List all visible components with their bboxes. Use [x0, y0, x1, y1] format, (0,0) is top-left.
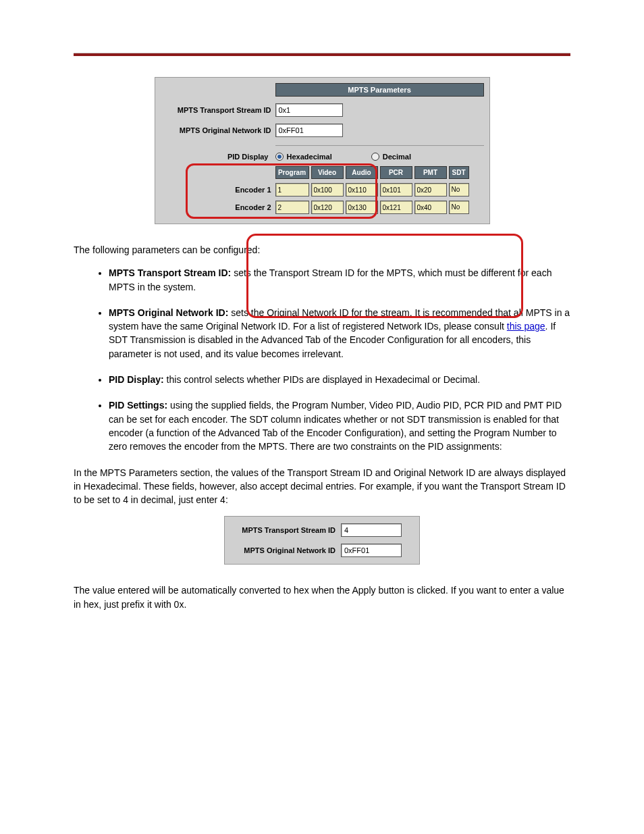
small-tsid-input[interactable]	[341, 523, 402, 537]
tsid-label: MPTS Transport Stream ID	[161, 106, 275, 114]
small-onid-label: MPTS Original Network ID	[232, 546, 341, 554]
small-onid-input[interactable]	[341, 544, 402, 557]
radio-icon	[371, 153, 379, 161]
section-divider	[275, 145, 484, 146]
bullet-1: MPTS Transport Stream ID: sets the Trans…	[109, 266, 570, 294]
bullet-2: MPTS Original Network ID: sets the Origi…	[109, 306, 570, 361]
body-text-2: The value entered will be automatically …	[74, 583, 570, 611]
onid-input[interactable]	[275, 124, 343, 137]
enc1-sdt-cell: No	[449, 183, 469, 197]
bullet-4: PID Settings: using the supplied fields,…	[109, 398, 570, 453]
enc2-pmt-input[interactable]	[414, 201, 447, 214]
mpts-parameters-panel: MPTS Parameters MPTS Transport Stream ID…	[155, 77, 490, 224]
bullet-3: PID Display: this control selects whethe…	[109, 373, 570, 386]
col-program: Program	[275, 166, 309, 179]
col-sdt: SDT	[449, 166, 469, 179]
radio-hex-label: Hexadecimal	[287, 153, 332, 161]
radio-icon	[275, 153, 284, 161]
enc2-video-input[interactable]	[311, 201, 344, 214]
enc2-pcr-input[interactable]	[380, 201, 412, 214]
col-video: Video	[311, 166, 344, 179]
onid-label: MPTS Original Network ID	[161, 126, 275, 134]
header-divider	[74, 53, 570, 57]
enc1-video-input[interactable]	[311, 183, 344, 197]
enc2-audio-input[interactable]	[346, 201, 378, 214]
col-pcr: PCR	[380, 166, 412, 179]
tsid-input[interactable]	[275, 103, 343, 117]
enc2-sdt-cell: No	[449, 201, 469, 214]
paragraph-hex-note: In the MPTS Parameters section, the valu…	[74, 466, 570, 507]
mpts-small-panel: MPTS Transport Stream ID MPTS Original N…	[224, 516, 420, 565]
radio-dec-label: Decimal	[383, 153, 411, 161]
pid-display-label: PID Display	[161, 153, 275, 161]
encoder1-label: Encoder 1	[161, 186, 275, 194]
enc1-program-input[interactable]	[275, 183, 309, 197]
mpts-parameters-header: MPTS Parameters	[275, 83, 484, 97]
col-pmt: PMT	[414, 166, 447, 179]
paragraph-apply-note: The value entered will be automatically …	[74, 583, 570, 611]
enc1-pcr-input[interactable]	[380, 183, 412, 197]
enc1-audio-input[interactable]	[346, 183, 378, 197]
encoder2-label: Encoder 2	[161, 203, 275, 211]
radio-hexadecimal[interactable]: Hexadecimal	[275, 153, 332, 161]
intro-text: The following parameters can be configur…	[74, 243, 570, 257]
col-audio: Audio	[346, 166, 378, 179]
enc2-program-input[interactable]	[275, 201, 309, 214]
enc1-pmt-input[interactable]	[414, 183, 447, 197]
body-text: The following parameters can be configur…	[74, 243, 570, 506]
small-tsid-label: MPTS Transport Stream ID	[232, 526, 341, 534]
registered-ids-link[interactable]: this page	[507, 321, 545, 332]
radio-decimal[interactable]: Decimal	[371, 153, 411, 161]
